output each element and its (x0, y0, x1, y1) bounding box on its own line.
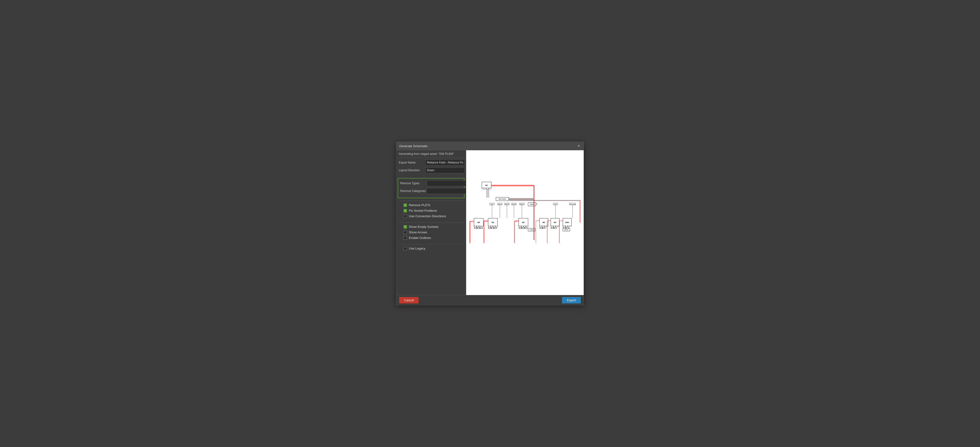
svg-text:M6: M6 (542, 221, 545, 224)
svg-rect-4 (484, 188, 486, 189)
close-button[interactable]: × (577, 144, 581, 148)
dialog-title: Generate Schematic (399, 144, 428, 148)
svg-rect-65 (491, 226, 493, 227)
svg-text:SMT A4: SMT A4 (520, 204, 524, 205)
svg-text:SMT A3: SMT A3 (493, 227, 497, 229)
svg-rect-86 (540, 226, 542, 227)
checkbox-section: Remove PLETs Fix Socket Positions Use Co… (396, 202, 466, 221)
svg-text:SMT B1: SMT B1 (554, 227, 557, 229)
remove-categories-row: Remove Categories (400, 188, 462, 194)
layout-direction-row: Layout Direction (399, 167, 463, 173)
svg-text:PLET single: PLET single (570, 204, 576, 205)
svg-rect-93 (556, 226, 558, 227)
svg-text:M2: M2 (522, 221, 525, 224)
svg-text:M1: M1 (485, 185, 488, 186)
svg-rect-75 (521, 226, 523, 227)
generating-label: Generating from staged asset: "DW PLEM" (396, 150, 466, 158)
svg-rect-66 (493, 226, 495, 227)
layout-direction-label: Layout Direction (399, 169, 425, 172)
svg-text:SMT A1: SMT A1 (498, 204, 502, 205)
layout-direction-input[interactable] (425, 167, 465, 173)
export-name-row: Export Name (399, 160, 463, 165)
svg-text:SDA2: SDA2 (530, 229, 533, 231)
svg-rect-98 (568, 226, 570, 227)
svg-rect-20 (509, 199, 510, 200)
svg-text:PLET: PLET (491, 204, 493, 205)
remove-plets-label: Remove PLETs (409, 203, 431, 207)
remove-types-label: Remove Types (400, 181, 427, 185)
svg-rect-91 (551, 226, 553, 227)
svg-rect-67 (496, 226, 498, 227)
show-arrows-label: Show Arrows (409, 231, 427, 234)
svg-text:SMT B1: SMT B1 (542, 227, 546, 229)
use-connection-directions-label: Use Connection Directions (409, 214, 446, 218)
svg-rect-5 (487, 188, 488, 189)
enable-outlines-row: Enable Outlines (399, 236, 463, 240)
use-legacy-checkbox[interactable] (404, 247, 407, 250)
svg-text:SDA3: SDA3 (565, 229, 568, 231)
use-connection-directions-checkbox[interactable] (404, 215, 407, 218)
svg-rect-3 (482, 188, 484, 189)
fix-socket-positions-checkbox[interactable] (404, 209, 407, 212)
checkbox-section-3: Use Legacy (396, 246, 466, 253)
schematic-preview: M1 DW PLEM (466, 150, 584, 295)
title-bar: Generate Schematic × (396, 142, 584, 150)
svg-rect-88 (544, 226, 546, 227)
svg-rect-76 (524, 226, 526, 227)
enable-outlines-checkbox[interactable] (404, 236, 407, 240)
remove-plets-row: Remove PLETs (399, 203, 463, 207)
svg-rect-57 (479, 226, 481, 227)
svg-text:SMT B1: SMT B1 (566, 227, 569, 229)
svg-rect-19 (509, 198, 510, 199)
svg-rect-74 (519, 226, 521, 227)
remove-categories-label: Remove Categories (400, 189, 427, 192)
highlighted-fields-section: Remove Types Remove Categories (398, 178, 465, 198)
svg-rect-41 (536, 203, 537, 204)
svg-text:SMT A2: SMT A2 (505, 204, 509, 205)
svg-text:M5: M5 (477, 221, 480, 224)
svg-text:M3: M3 (554, 221, 556, 224)
remove-categories-input[interactable] (427, 188, 466, 194)
svg-rect-87 (542, 226, 544, 227)
export-name-input[interactable] (425, 160, 465, 165)
generate-schematic-dialog: Generate Schematic × Generating from sta… (396, 142, 584, 305)
divider-1 (399, 200, 463, 201)
export-name-label: Export Name (399, 161, 425, 164)
left-panel: Generating from staged asset: "DW PLEM" … (396, 150, 466, 295)
checkbox-section-2: Show Empty Sockets Show Arrows Enable Ou… (396, 224, 466, 243)
use-legacy-row: Use Legacy (399, 247, 463, 250)
divider-3 (399, 244, 463, 244)
use-connection-directions-row: Use Connection Directions (399, 214, 463, 218)
svg-rect-92 (553, 226, 555, 227)
svg-text:UDH: UDH (565, 221, 569, 224)
show-empty-sockets-row: Show Empty Sockets (399, 225, 463, 229)
svg-rect-64 (488, 226, 490, 227)
svg-text:DW PLEM: DW PLEM (498, 198, 506, 200)
svg-rect-77 (526, 226, 528, 227)
svg-text:PLET: PLET (554, 204, 557, 205)
svg-rect-6 (489, 188, 491, 189)
enable-outlines-label: Enable Outlines (409, 236, 431, 240)
fix-socket-positions-label: Fix Socket Positions (409, 209, 437, 212)
svg-text:SMT A3: SMT A3 (480, 227, 483, 229)
svg-text:SMT A3: SMT A3 (512, 204, 516, 205)
schematic-svg: M1 DW PLEM (466, 150, 584, 295)
show-empty-sockets-checkbox[interactable] (404, 225, 407, 229)
svg-rect-55 (474, 226, 476, 227)
divider-2 (399, 222, 463, 223)
show-empty-sockets-label: Show Empty Sockets (409, 225, 439, 229)
show-arrows-row: Show Arrows (399, 231, 463, 234)
svg-rect-97 (566, 226, 568, 227)
use-legacy-label: Use Legacy (409, 247, 425, 250)
form-section: Export Name Layout Direction (396, 158, 466, 177)
svg-rect-56 (477, 226, 479, 227)
remove-plets-checkbox[interactable] (404, 204, 407, 207)
cancel-button[interactable]: Cancel (399, 297, 418, 304)
export-button[interactable]: Export (562, 297, 581, 304)
remove-types-row: Remove Types (400, 180, 462, 186)
show-arrows-checkbox[interactable] (404, 231, 407, 234)
dialog-footer: Cancel Export (396, 295, 584, 305)
dialog-body: Generating from staged asset: "DW PLEM" … (396, 150, 584, 295)
remove-types-input[interactable] (427, 180, 466, 186)
svg-text:M4: M4 (492, 221, 494, 224)
